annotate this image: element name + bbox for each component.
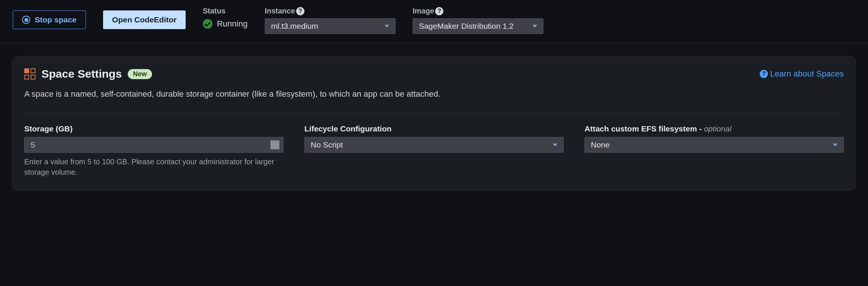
grid-icon (24, 68, 35, 80)
status-label: Status (203, 7, 248, 15)
settings-row: Storage (GB) 5 Enter a value from 5 to 1… (24, 124, 844, 177)
help-icon[interactable]: ? (435, 7, 443, 15)
stop-space-button[interactable]: Stop space (13, 10, 86, 29)
open-button-label: Open CodeEditor (112, 15, 177, 24)
stop-icon (22, 16, 30, 24)
efs-optional: optional (704, 124, 732, 133)
help-icon: ? (760, 70, 768, 78)
instance-label-text: Instance (265, 7, 295, 15)
efs-select[interactable]: None (585, 137, 844, 153)
storage-value: 5 (31, 140, 35, 149)
check-circle-icon (203, 19, 213, 29)
panel-title-group: Space Settings New (24, 68, 152, 80)
status-value: Running (217, 19, 248, 29)
toolbar: Stop space Open CodeEditor Status Runnin… (0, 0, 868, 43)
learn-link-label: Learn about Spaces (770, 69, 844, 79)
instance-label: Instance ? (265, 7, 396, 15)
lifecycle-value: No Script (311, 140, 343, 149)
learn-link[interactable]: ? Learn about Spaces (760, 69, 844, 79)
lifecycle-label: Lifecycle Configuration (304, 124, 564, 133)
stop-button-label: Stop space (35, 15, 77, 24)
space-settings-panel: Space Settings New ? Learn about Spaces … (12, 56, 856, 190)
image-value: SageMaker Distribution 1.2 (419, 22, 514, 31)
image-label-text: Image (413, 7, 434, 15)
instance-field: Instance ? ml.t3.medium (265, 7, 396, 34)
help-icon[interactable]: ? (296, 7, 304, 15)
storage-label: Storage (GB) (24, 124, 283, 133)
instance-select[interactable]: ml.t3.medium (265, 18, 396, 34)
lifecycle-select[interactable]: No Script (304, 137, 564, 153)
panel-title: Space Settings (41, 68, 122, 80)
instance-value: ml.t3.medium (271, 22, 318, 31)
storage-help: Enter a value from 5 to 100 GB. Please c… (24, 156, 283, 177)
efs-label-text: Attach custom EFS filesystem - (585, 124, 704, 133)
image-label: Image ? (413, 7, 543, 15)
image-field: Image ? SageMaker Distribution 1.2 (413, 7, 543, 34)
status-field: Status Running (203, 7, 248, 29)
new-badge: New (128, 69, 152, 79)
stepper-icon[interactable] (270, 140, 279, 149)
image-select[interactable]: SageMaker Distribution 1.2 (413, 18, 543, 34)
lifecycle-field: Lifecycle Configuration No Script (304, 124, 564, 177)
storage-input[interactable]: 5 (24, 137, 283, 153)
open-codeeditor-button[interactable]: Open CodeEditor (103, 10, 186, 29)
status-value-row: Running (203, 18, 248, 29)
efs-label: Attach custom EFS filesystem - optional (585, 124, 844, 133)
efs-field: Attach custom EFS filesystem - optional … (585, 124, 844, 177)
storage-field: Storage (GB) 5 Enter a value from 5 to 1… (24, 124, 283, 177)
panel-header: Space Settings New ? Learn about Spaces (24, 68, 844, 80)
panel-description: A space is a named, self-contained, dura… (24, 88, 844, 112)
efs-value: None (591, 140, 610, 149)
